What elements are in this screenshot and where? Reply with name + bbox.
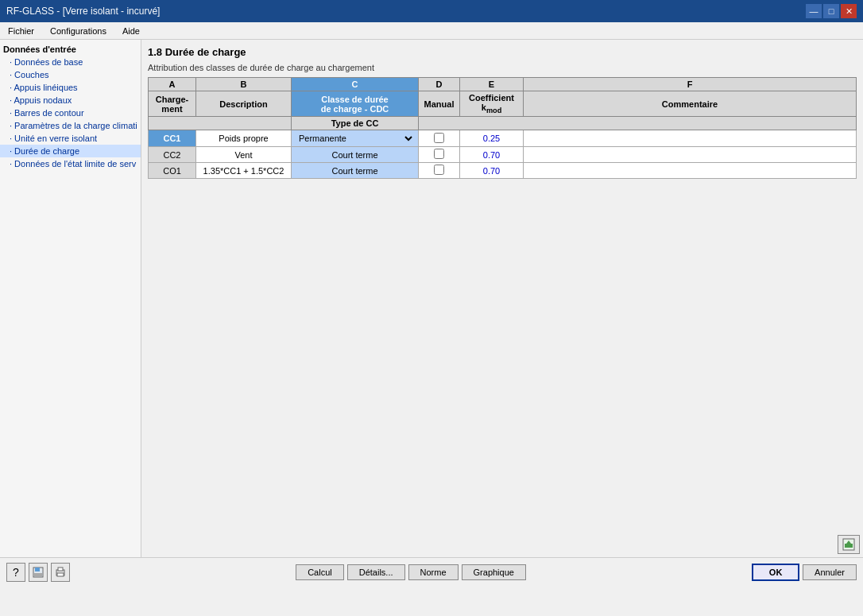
row-co1-desc: 1.35*CC1 + 1.5*CC2 — [196, 163, 292, 179]
row-cc2-manual-checkbox[interactable] — [434, 149, 444, 159]
row-co1-comment[interactable] — [524, 163, 857, 179]
sidebar-item-donnees-etat[interactable]: · Données de l'état limite de serv — [0, 157, 141, 170]
sidebar-item-unite-verre[interactable]: · Unité en verre isolant — [0, 132, 141, 145]
svg-rect-1 — [845, 544, 853, 548]
col-b-header: B — [196, 78, 292, 91]
sidebar-scroll-area: Données d'entrée · Données de base · Cou… — [0, 43, 141, 170]
sidebar-item-donnees-base[interactable]: · Données de base — [0, 56, 141, 68]
col-d-subheader: Manual — [419, 91, 460, 117]
col-f-header: F — [524, 78, 857, 91]
calcul-button[interactable]: Calcul — [296, 564, 344, 580]
menu-configurations[interactable]: Configurations — [45, 25, 111, 37]
col-e-subheader: Coefficientkmod — [460, 91, 524, 117]
graphique-button[interactable]: Graphique — [462, 564, 526, 580]
col-e-header: E — [460, 78, 524, 91]
close-button[interactable]: ✕ — [841, 4, 857, 18]
menu-aide[interactable]: Aide — [118, 25, 145, 37]
row-co1-cdc: Court terme — [292, 163, 419, 179]
bottom-toolbar: ? Calcul Détails... Norme Graphique OK A… — [0, 557, 863, 586]
row-cc1-comment[interactable] — [524, 130, 857, 147]
col-labels-row: A B C D E F — [149, 78, 857, 91]
row-cc1-manual-checkbox[interactable] — [434, 133, 444, 143]
table-row-cc2: CC2 Vent Court terme 0.70 — [149, 147, 857, 163]
print-button[interactable] — [51, 563, 70, 582]
row-cc1-desc: Poids propre — [196, 130, 292, 147]
content-wrapper: 1.8 Durée de charge Attribution des clas… — [141, 40, 863, 557]
type-cc-label-header — [149, 117, 292, 130]
table-row-cc1: CC1 Poids propre Permanente Long terme M… — [149, 130, 857, 147]
row-cc2-comment[interactable] — [524, 147, 857, 163]
content-area: 1.8 Durée de charge Attribution des clas… — [141, 40, 863, 554]
sidebar-item-barres-contour[interactable]: · Barres de contour — [0, 107, 141, 119]
print-icon — [55, 567, 66, 578]
title-bar-buttons: — □ ✕ — [806, 4, 857, 18]
col-f-subheader: Commentaire — [524, 91, 857, 117]
app-title: RF-GLASS - [Verre isolant - incurvé] — [6, 6, 160, 17]
col-b-subheader: Description — [196, 91, 292, 117]
row-cc2-desc: Vent — [196, 147, 292, 163]
maximize-button[interactable]: □ — [823, 4, 839, 18]
table-row-co1: CO1 1.35*CC1 + 1.5*CC2 Court terme 0.70 — [149, 163, 857, 179]
row-cc1-manual[interactable] — [419, 130, 460, 147]
svg-rect-4 — [35, 568, 40, 571]
row-co1-id: CO1 — [149, 163, 196, 179]
sidebar-item-appuis-lineiques[interactable]: · Appuis linéiques — [0, 81, 141, 94]
sidebar-header: Données d'entrée — [0, 43, 141, 56]
col-a-subheader: Charge-ment — [149, 91, 196, 117]
export-area — [141, 554, 863, 557]
row-cc2-cdc: Court terme — [292, 147, 419, 163]
save-button[interactable] — [29, 563, 48, 582]
norme-button[interactable]: Norme — [408, 564, 459, 580]
type-cc-empty — [419, 117, 857, 130]
row-co1-kmod: 0.70 — [460, 163, 524, 179]
type-cc-header: Type de CC — [292, 117, 419, 130]
type-cc-row: Type de CC — [149, 117, 857, 130]
sidebar: Données d'entrée · Données de base · Cou… — [0, 40, 141, 557]
row-cc1-id: CC1 — [149, 130, 196, 147]
col-a-header: A — [149, 78, 196, 91]
sidebar-item-parametres-charge[interactable]: · Paramètres de la charge climati — [0, 119, 141, 132]
row-co1-manual-checkbox[interactable] — [434, 165, 444, 175]
row-co1-manual[interactable] — [419, 163, 460, 179]
help-button[interactable]: ? — [6, 563, 25, 582]
main-layout: Données d'entrée · Données de base · Cou… — [0, 40, 863, 557]
sidebar-item-appuis-nodaux[interactable]: · Appuis nodaux — [0, 94, 141, 107]
menu-fichier[interactable]: Fichier — [3, 25, 39, 37]
sidebar-item-couches[interactable]: · Couches — [0, 68, 141, 81]
col-c-subheader: Classe de duréede charge - CDC — [292, 91, 419, 117]
details-button[interactable]: Détails... — [347, 564, 405, 580]
row-cc1-cdc-select[interactable]: Permanente Long terme Moyen terme Court … — [295, 132, 415, 145]
title-bar: RF-GLASS - [Verre isolant - incurvé] — □… — [0, 0, 863, 22]
svg-rect-8 — [57, 573, 64, 576]
row-cc2-id: CC2 — [149, 147, 196, 163]
row-cc2-manual[interactable] — [419, 147, 460, 163]
export-icon — [842, 537, 856, 552]
col-c-header: C — [292, 78, 419, 91]
export-button[interactable] — [838, 535, 860, 554]
sidebar-item-duree-charge[interactable]: · Durée de charge — [0, 145, 141, 157]
charge-table: A B C D E F Charge-ment Description Clas… — [148, 77, 857, 179]
section-title: 1.8 Durée de charge — [148, 46, 857, 58]
col-d-header: D — [419, 78, 460, 91]
ok-button[interactable]: OK — [752, 564, 799, 581]
row-cc2-kmod: 0.70 — [460, 147, 524, 163]
svg-rect-5 — [34, 573, 42, 576]
annuler-button[interactable]: Annuler — [803, 564, 857, 580]
save-icon — [33, 567, 44, 578]
menu-bar: Fichier Configurations Aide — [0, 22, 863, 40]
row-cc1-kmod: 0.25 — [460, 130, 524, 147]
svg-rect-7 — [58, 568, 63, 571]
col-subheader-row: Charge-ment Description Classe de duréed… — [149, 91, 857, 117]
row-cc1-cdc[interactable]: Permanente Long terme Moyen terme Court … — [292, 130, 419, 147]
minimize-button[interactable]: — — [806, 4, 822, 18]
subtitle: Attribution des classes de durée de char… — [148, 63, 857, 72]
